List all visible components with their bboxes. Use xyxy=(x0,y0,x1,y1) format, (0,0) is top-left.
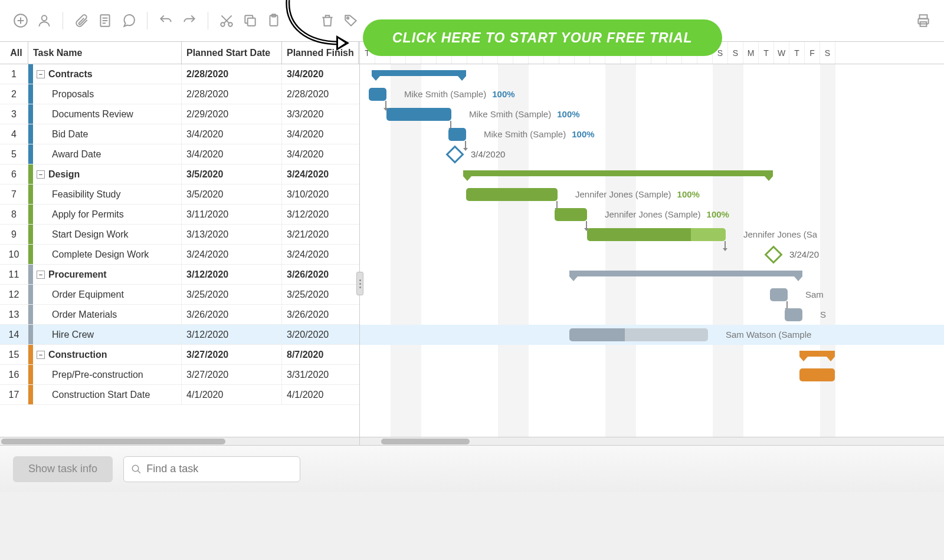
print-icon[interactable] xyxy=(914,12,932,29)
undo-icon[interactable] xyxy=(157,12,175,29)
start-date-cell[interactable]: 3/4/2020 xyxy=(182,124,282,144)
task-name-cell[interactable]: Feasibility Study xyxy=(33,185,182,204)
task-row[interactable]: 11−Procurement3/12/20203/26/2020 xyxy=(0,265,359,285)
task-row[interactable]: 15−Construction3/27/20208/7/2020 xyxy=(0,345,359,365)
start-date-cell[interactable]: 2/29/2020 xyxy=(182,104,282,124)
task-bar[interactable]: Sam Watson (Sample xyxy=(569,328,708,341)
start-date-cell[interactable]: 3/27/2020 xyxy=(182,345,282,364)
finish-date-cell[interactable]: 3/21/2020 xyxy=(282,225,359,244)
task-row[interactable]: 8Apply for Permits3/11/20203/12/2020 xyxy=(0,205,359,225)
task-name-cell[interactable]: Order Materials xyxy=(33,305,182,324)
task-row[interactable]: 3Documents Review2/29/20203/3/2020 xyxy=(0,104,359,124)
start-date-cell[interactable]: 3/5/2020 xyxy=(182,164,282,184)
task-row[interactable]: 17Construction Start Date4/1/20204/1/202… xyxy=(0,385,359,405)
redo-icon[interactable] xyxy=(181,12,198,29)
user-icon[interactable] xyxy=(35,12,53,29)
start-date-cell[interactable]: 3/11/2020 xyxy=(182,205,282,224)
task-row[interactable]: 2Proposals2/28/20202/28/2020 xyxy=(0,84,359,104)
start-date-cell[interactable]: 3/12/2020 xyxy=(182,325,282,344)
task-name-cell[interactable]: −Procurement xyxy=(33,265,182,284)
finish-date-cell[interactable]: 3/24/2020 xyxy=(282,164,359,184)
finish-date-cell[interactable]: 3/4/2020 xyxy=(282,124,359,144)
task-row[interactable]: 13Order Materials3/26/20203/26/2020 xyxy=(0,305,359,325)
finish-date-cell[interactable]: 3/25/2020 xyxy=(282,285,359,304)
task-bar[interactable]: Jennifer Jones (Sa xyxy=(587,228,726,241)
summary-bar[interactable] xyxy=(463,170,773,176)
collapse-toggle[interactable]: − xyxy=(37,170,45,179)
task-bar[interactable]: Mike Smith (Sample)100% xyxy=(386,108,451,121)
search-input[interactable] xyxy=(146,463,293,475)
task-name-cell[interactable]: Complete Design Work xyxy=(33,245,182,264)
finish-date-cell[interactable]: 8/7/2020 xyxy=(282,345,359,364)
finish-date-cell[interactable]: 3/4/2020 xyxy=(282,144,359,164)
task-row[interactable]: 7Feasibility Study3/5/20203/10/2020 xyxy=(0,185,359,205)
task-row[interactable]: 9Start Design Work3/13/20203/21/2020 xyxy=(0,225,359,245)
finish-date-cell[interactable]: 3/12/2020 xyxy=(282,205,359,224)
task-row[interactable]: 12Order Equipment3/25/20203/25/2020 xyxy=(0,285,359,305)
grid-scrollbar[interactable] xyxy=(0,437,359,445)
col-header-name[interactable]: Task Name xyxy=(28,42,182,64)
splitter-handle[interactable] xyxy=(356,272,363,295)
task-bar[interactable]: Mike Smith (Sample)100% xyxy=(369,88,386,101)
summary-bar[interactable] xyxy=(372,70,466,76)
collapse-toggle[interactable]: − xyxy=(37,70,45,78)
summary-bar[interactable] xyxy=(569,271,802,276)
finish-date-cell[interactable]: 3/10/2020 xyxy=(282,185,359,204)
search-box[interactable] xyxy=(123,456,300,482)
start-date-cell[interactable]: 2/28/2020 xyxy=(182,64,282,84)
summary-bar[interactable] xyxy=(799,351,835,357)
start-date-cell[interactable]: 3/27/2020 xyxy=(182,365,282,384)
finish-date-cell[interactable]: 3/26/2020 xyxy=(282,305,359,324)
collapse-toggle[interactable]: − xyxy=(37,271,45,279)
task-bar[interactable]: Sam xyxy=(770,288,788,301)
task-name-cell[interactable]: Proposals xyxy=(33,84,182,104)
task-row[interactable]: 5Award Date3/4/20203/4/2020 xyxy=(0,144,359,164)
start-date-cell[interactable]: 2/28/2020 xyxy=(182,84,282,104)
task-name-cell[interactable]: Prep/Pre-construction xyxy=(33,365,182,384)
task-bar[interactable]: S xyxy=(785,308,802,321)
task-row[interactable]: 16Prep/Pre-construction3/27/20203/31/202… xyxy=(0,365,359,385)
copy-icon[interactable] xyxy=(241,12,259,29)
start-date-cell[interactable]: 3/25/2020 xyxy=(182,285,282,304)
start-date-cell[interactable]: 3/5/2020 xyxy=(182,185,282,204)
task-name-cell[interactable]: −Construction xyxy=(33,345,182,364)
task-name-cell[interactable]: Construction Start Date xyxy=(33,385,182,404)
task-name-cell[interactable]: Apply for Permits xyxy=(33,205,182,224)
cta-button[interactable]: CLICK HERE TO START YOUR FREE TRIAL xyxy=(363,19,722,56)
task-name-cell[interactable]: −Design xyxy=(33,164,182,184)
task-bar[interactable] xyxy=(799,368,835,381)
cut-icon[interactable] xyxy=(218,12,235,29)
milestone-icon[interactable] xyxy=(764,245,782,263)
task-name-cell[interactable]: Hire Crew xyxy=(33,325,182,344)
col-header-all[interactable]: All xyxy=(0,42,28,64)
task-name-cell[interactable]: Bid Date xyxy=(33,124,182,144)
start-date-cell[interactable]: 3/12/2020 xyxy=(182,265,282,284)
task-name-cell[interactable]: Start Design Work xyxy=(33,225,182,244)
show-task-info-button[interactable]: Show task info xyxy=(13,456,113,482)
attachment-icon[interactable] xyxy=(73,12,90,29)
task-row[interactable]: 1−Contracts2/28/20203/4/2020 xyxy=(0,64,359,84)
collapse-toggle[interactable]: − xyxy=(37,351,45,359)
start-date-cell[interactable]: 3/13/2020 xyxy=(182,225,282,244)
task-name-cell[interactable]: Award Date xyxy=(33,144,182,164)
start-date-cell[interactable]: 4/1/2020 xyxy=(182,385,282,404)
task-bar[interactable]: Jennifer Jones (Sample)100% xyxy=(466,188,558,201)
start-date-cell[interactable]: 3/26/2020 xyxy=(182,305,282,324)
start-date-cell[interactable]: 3/24/2020 xyxy=(182,245,282,264)
start-date-cell[interactable]: 3/4/2020 xyxy=(182,144,282,164)
finish-date-cell[interactable]: 4/1/2020 xyxy=(282,385,359,404)
add-icon[interactable] xyxy=(12,12,30,29)
task-bar[interactable]: Jennifer Jones (Sample)100% xyxy=(555,208,587,221)
gantt-body[interactable]: Mike Smith (Sample)100%Mike Smith (Sampl… xyxy=(360,64,944,445)
milestone-icon[interactable] xyxy=(445,145,464,163)
task-name-cell[interactable]: Order Equipment xyxy=(33,285,182,304)
col-header-start[interactable]: Planned Start Date xyxy=(182,42,282,64)
task-name-cell[interactable]: −Contracts xyxy=(33,64,182,84)
finish-date-cell[interactable]: 3/3/2020 xyxy=(282,104,359,124)
finish-date-cell[interactable]: 3/31/2020 xyxy=(282,365,359,384)
finish-date-cell[interactable]: 3/26/2020 xyxy=(282,265,359,284)
task-row[interactable]: 10Complete Design Work3/24/20203/24/2020 xyxy=(0,245,359,265)
task-bar[interactable]: Mike Smith (Sample)100% xyxy=(448,128,466,141)
task-row[interactable]: 4Bid Date3/4/20203/4/2020 xyxy=(0,124,359,144)
gantt-scrollbar[interactable] xyxy=(360,437,944,445)
